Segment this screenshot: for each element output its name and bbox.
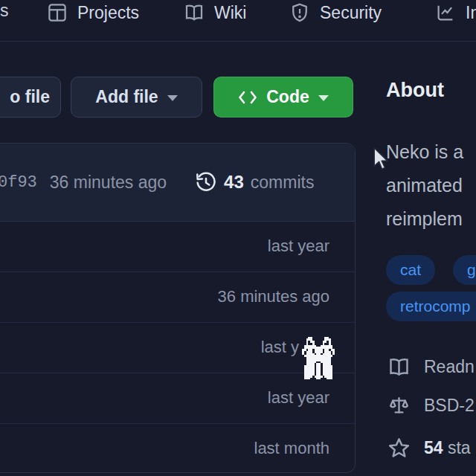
commit-time: 36 minutes ago [50, 173, 167, 193]
file-row-updated: last year [268, 237, 329, 256]
file-row[interactable]: 36 minutes ago [0, 271, 355, 322]
tab-security[interactable]: Security [289, 0, 382, 25]
topic-tag-go[interactable]: go [453, 255, 476, 285]
file-row-updated: last y [261, 338, 299, 357]
add-file-label: Add file [95, 87, 158, 107]
nav-divider [0, 41, 476, 42]
tab-insights-label: In [466, 3, 476, 23]
chevron-down-icon [167, 95, 178, 101]
latest-commit-bar: 0f93 36 minutes ago 43 commits [0, 144, 355, 222]
license-label: BSD-2 [424, 396, 475, 416]
stars-count: 54 [424, 438, 443, 457]
topic-tag-retrocomputing[interactable]: retrocomp [386, 292, 476, 321]
repo-description: Neko is a animated reimplem [386, 135, 463, 236]
about-heading: About [386, 79, 444, 102]
description-line: animated [386, 169, 463, 202]
history-icon [194, 170, 218, 194]
tab-wiki[interactable]: Wiki [183, 0, 246, 25]
stars-label: sta [448, 438, 471, 457]
tab-projects-label: Projects [77, 3, 139, 23]
neko-cat-sprite [302, 335, 335, 381]
project-board-icon [46, 1, 68, 24]
readme-link[interactable]: Readn [387, 355, 475, 379]
commit-hash-link[interactable]: 0f93 [0, 173, 37, 192]
file-row[interactable]: last month [0, 423, 355, 474]
file-row-updated: last year [268, 388, 329, 408]
code-icon [238, 89, 257, 106]
readme-label: Readn [424, 357, 475, 377]
book-icon [183, 1, 205, 24]
tab-security-label: Security [320, 3, 382, 23]
commit-count: 43 [224, 172, 244, 193]
file-row-updated: 36 minutes ago [218, 287, 329, 306]
stars-text: 54 sta [424, 438, 471, 458]
book-icon [387, 355, 411, 379]
github-repo-page: s Projects Wiki [0, 0, 476, 476]
file-row-updated: last month [254, 439, 330, 458]
description-line: reimplem [386, 202, 463, 236]
license-link[interactable]: BSD-2 [387, 393, 475, 418]
file-row[interactable]: last year [0, 221, 355, 271]
shield-alert-icon [289, 1, 311, 24]
topic-tag-cat[interactable]: cat [386, 255, 435, 285]
commits-label: commits [251, 173, 315, 193]
tab-projects[interactable]: Projects [46, 0, 139, 25]
stars-link[interactable]: 54 sta [387, 436, 471, 460]
tab-insights[interactable]: In [434, 0, 476, 25]
tab-wiki-label: Wiki [214, 3, 246, 23]
go-to-file-label: o file [10, 87, 50, 107]
chevron-down-icon [318, 95, 329, 101]
description-line: Neko is a [386, 135, 463, 169]
add-file-button[interactable]: Add file [71, 77, 202, 118]
code-button-label: Code [266, 87, 309, 107]
commit-history-link[interactable]: 43 commits [187, 170, 314, 194]
graph-icon [434, 1, 457, 24]
code-button[interactable]: Code [213, 77, 353, 118]
star-icon [387, 436, 411, 460]
law-icon [387, 393, 411, 418]
file-list-table: 0f93 36 minutes ago 43 commits last y [0, 143, 356, 473]
repo-tab-bar: s Projects Wiki [0, 0, 476, 41]
go-to-file-button[interactable]: o file [0, 77, 61, 118]
tab-fragment-left[interactable]: s [0, 1, 9, 21]
